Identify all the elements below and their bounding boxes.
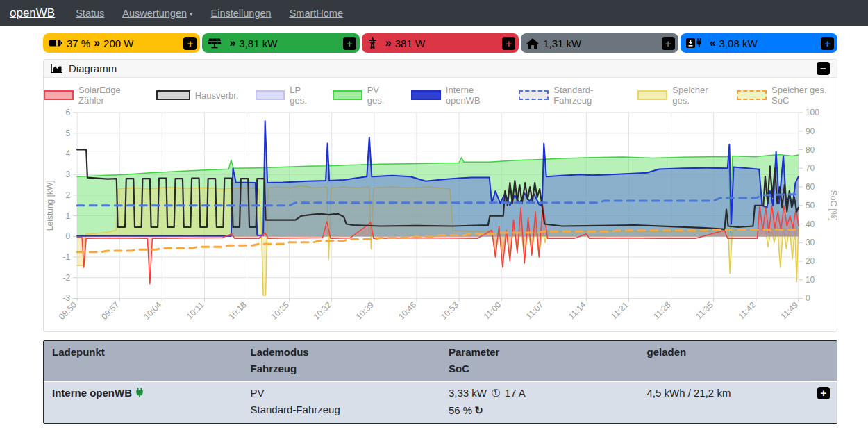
flow-out-icon: » <box>385 37 392 49</box>
legend-label: Speicher ges. <box>672 85 720 106</box>
expand-battery-button[interactable]: + <box>183 37 197 50</box>
header-lademodus-fahrzeug: LademodusFahrzeug <box>242 346 441 374</box>
left-axis-tick-label: 5 <box>65 129 70 138</box>
nav-item-auswertungen[interactable]: Auswertungen▾ <box>122 8 192 19</box>
right-axis-tick-label: 50 <box>806 201 815 210</box>
pv-status-badge: » 3,81 kW + <box>202 33 359 53</box>
left-axis-tick-label: 1 <box>65 211 70 221</box>
legend-swatch <box>519 90 549 100</box>
left-axis-tick-label: 2 <box>65 190 70 200</box>
legend-swatch <box>256 90 285 100</box>
expand-pv-button[interactable]: + <box>343 37 356 50</box>
left-axis-tick-label: -2 <box>62 273 70 283</box>
legend-item[interactable]: LP ges. <box>256 85 316 106</box>
charge-point-icon <box>686 38 702 49</box>
x-axis-tick-label: 11:14 <box>567 300 588 322</box>
nav-item-status[interactable]: Status <box>76 8 104 19</box>
nav-item-einstellungen[interactable]: Einstellungen <box>211 8 272 19</box>
vehicle-soc: 56 %↻ <box>449 404 639 417</box>
house-icon <box>526 38 539 49</box>
left-axis-title: Leistung [kW] <box>45 180 55 231</box>
battery-icon <box>49 39 62 47</box>
left-axis-tick-label: 3 <box>65 169 70 179</box>
legend-swatch <box>737 90 767 100</box>
left-axis-tick-label: 0 <box>65 231 70 241</box>
right-axis-tick-label: 10 <box>806 275 815 285</box>
x-axis-tick-label: 11:21 <box>609 300 631 322</box>
brand-link[interactable]: openWB <box>10 6 55 20</box>
legend-item[interactable]: Interne openWB <box>411 85 502 106</box>
solar-panel-icon <box>208 38 222 49</box>
collapse-diagram-button[interactable]: − <box>817 62 830 75</box>
legend-swatch <box>44 90 74 100</box>
grid-power-value: 381 W <box>395 38 425 49</box>
header-ladepunkt: Ladepunkt <box>44 346 242 374</box>
chart-legend: SolarEdge ZählerHausverbr.LP ges.PV ges.… <box>44 85 837 106</box>
left-axis-tick-label: -1 <box>62 252 70 262</box>
right-axis-tick-label: 0 <box>806 293 810 303</box>
legend-item[interactable]: SolarEdge Zähler <box>44 85 140 106</box>
chargepoint-power-value: 3,08 kW <box>719 38 758 49</box>
battery-status-badge: 37 % » 200 W + <box>43 33 200 53</box>
flow-out-icon: » <box>94 37 100 49</box>
power-soc-chart: 6543210-1-2-3100908070605040302010009:50… <box>44 106 837 331</box>
cell-mode-vehicle: PV Standard-Fahrzeug <box>242 387 441 417</box>
chargepoint-status-badge: « 3,08 kW + <box>681 33 837 53</box>
chargepoint-table: Ladepunkt LademodusFahrzeug ParameterSoC… <box>43 340 837 424</box>
legend-swatch <box>411 90 441 100</box>
diagram-card-header: Diagramm − <box>44 60 837 78</box>
x-axis-tick-label: 09:57 <box>99 300 121 322</box>
legend-label: PV ges. <box>367 85 394 106</box>
house-status-badge: 1,31 kW + <box>521 33 678 53</box>
right-axis-tick-label: 80 <box>806 145 815 155</box>
header-geladen: geladen <box>639 346 837 374</box>
right-axis-tick-label: 70 <box>806 163 815 173</box>
right-axis-tick-label: 20 <box>806 256 815 266</box>
cell-parameter-soc: 3,33 kW ① 17 A 56 %↻ <box>440 387 639 417</box>
legend-label: LP ges. <box>290 85 316 106</box>
legend-swatch <box>637 90 667 100</box>
chevron-down-icon: ▾ <box>190 10 193 17</box>
legend-item[interactable]: PV ges. <box>333 85 394 106</box>
x-axis-tick-label: 10:46 <box>397 300 418 322</box>
phase-count-icon: ① <box>491 387 500 399</box>
expand-chargepoint-button[interactable]: + <box>821 37 834 50</box>
flow-out-icon: » <box>229 37 235 49</box>
x-axis-tick-label: 11:35 <box>694 300 715 322</box>
refresh-soc-icon[interactable]: ↻ <box>474 404 483 416</box>
battery-soc-value: 37 % <box>67 38 90 49</box>
x-axis-tick-label: 10:18 <box>226 300 248 322</box>
grid-status-badge: » 381 W + <box>362 33 519 53</box>
header-parameter-soc: ParameterSoC <box>440 346 639 374</box>
left-axis-tick-label: 6 <box>65 108 70 117</box>
expand-row-button[interactable]: + <box>817 387 830 399</box>
legend-item[interactable]: Hausverbr. <box>156 85 239 106</box>
nav-item-smarthome[interactable]: SmartHome <box>290 8 343 19</box>
x-axis-tick-label: 10:32 <box>312 300 333 322</box>
legend-swatch <box>156 90 190 100</box>
expand-house-button[interactable]: + <box>662 37 675 50</box>
legend-label: Speicher ges. SoC <box>771 85 837 106</box>
expand-grid-button[interactable]: + <box>502 37 515 50</box>
x-axis-tick-label: 10:11 <box>185 300 206 322</box>
legend-label: Interne openWB <box>446 85 502 106</box>
plug-icon <box>135 388 144 398</box>
x-axis-tick-label: 10:04 <box>142 300 163 322</box>
house-power-value: 1,31 kW <box>543 38 581 49</box>
right-axis-tick-label: 100 <box>806 108 819 117</box>
left-axis-tick-label: 4 <box>65 149 70 158</box>
legend-item[interactable]: Speicher ges. <box>637 85 720 106</box>
status-badge-row: 37 % » 200 W + » 3,81 kW + » 381 W + 1,3… <box>43 33 837 53</box>
right-axis-tick-label: 60 <box>806 182 815 192</box>
legend-label: Standard-Fahrzeug <box>553 85 621 106</box>
x-axis-tick-label: 11:28 <box>651 300 673 322</box>
legend-item[interactable]: Speicher ges. SoC <box>737 85 837 106</box>
table-row: Interne openWB PV Standard-Fahrzeug 3,33… <box>44 382 837 423</box>
x-axis-tick-label: 11:42 <box>736 300 758 322</box>
charge-mode: PV <box>251 387 441 399</box>
charged-amount: 4,5 kWh / 21,2 km <box>647 387 731 399</box>
x-axis-tick-label: 11:00 <box>482 300 503 322</box>
legend-item[interactable]: Standard-Fahrzeug <box>519 85 621 106</box>
right-axis-tick-label: 90 <box>806 126 815 136</box>
nav-item-label: Auswertungen <box>122 8 187 19</box>
